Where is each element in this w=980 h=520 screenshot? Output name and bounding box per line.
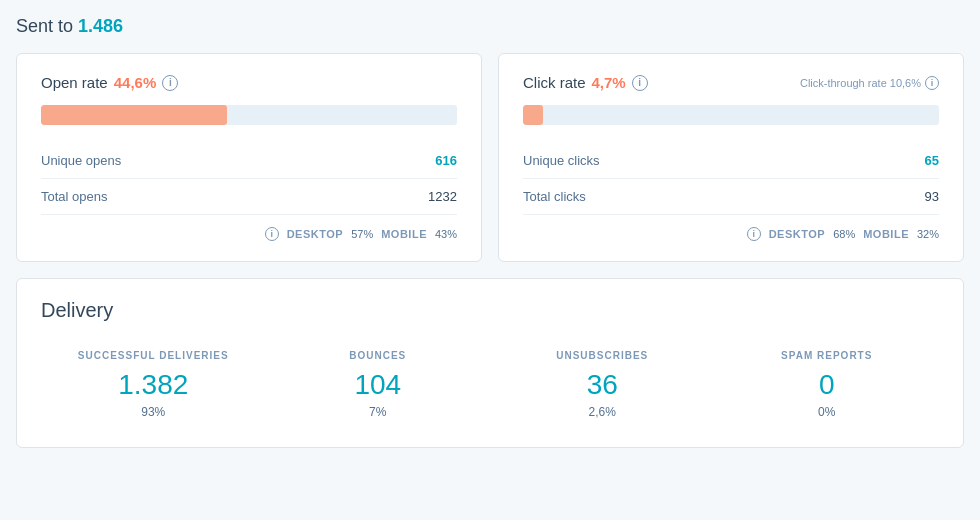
open-rate-progress-bg (41, 105, 457, 125)
delivery-stat-label: SUCCESSFUL DELIVERIES (41, 350, 266, 361)
total-opens-value: 1232 (428, 189, 457, 204)
click-rate-card-header: Click rate 4,7% i Click-through rate 10,… (523, 74, 939, 91)
open-desktop-label: DESKTOP (287, 228, 343, 240)
delivery-stat-label: UNSUBSCRIBES (490, 350, 715, 361)
click-rate-device-row: i DESKTOP 68% MOBILE 32% (523, 227, 939, 241)
total-opens-label: Total opens (41, 189, 108, 204)
open-rate-card: Open rate 44,6% i Unique opens 616 Total… (16, 53, 482, 262)
click-device-info-icon[interactable]: i (747, 227, 761, 241)
click-rate-info-icon[interactable]: i (632, 75, 648, 91)
delivery-stat-value: 36 (490, 369, 715, 401)
open-rate-value: 44,6% (114, 74, 157, 91)
click-rate-progress-fill (523, 105, 543, 125)
unique-opens-row: Unique opens 616 (41, 143, 457, 179)
click-desktop-pct: 68% (833, 228, 855, 240)
total-opens-row: Total opens 1232 (41, 179, 457, 215)
delivery-stat-item: BOUNCES 104 7% (266, 350, 491, 419)
click-mobile-label: MOBILE (863, 228, 909, 240)
delivery-stat-item: SUCCESSFUL DELIVERIES 1.382 93% (41, 350, 266, 419)
total-clicks-value: 93 (925, 189, 939, 204)
delivery-stat-label: BOUNCES (266, 350, 491, 361)
unique-opens-label: Unique opens (41, 153, 121, 168)
click-rate-progress-bg (523, 105, 939, 125)
open-device-info-icon[interactable]: i (265, 227, 279, 241)
open-rate-title: Open rate 44,6% i (41, 74, 178, 91)
click-through-text: Click-through rate 10,6% (800, 77, 921, 89)
delivery-stat-pct: 7% (266, 405, 491, 419)
total-clicks-row: Total clicks 93 (523, 179, 939, 215)
delivery-stat-value: 104 (266, 369, 491, 401)
delivery-stat-item: SPAM REPORTS 0 0% (715, 350, 940, 419)
open-mobile-pct: 43% (435, 228, 457, 240)
open-rate-info-icon[interactable]: i (162, 75, 178, 91)
open-rate-progress-fill (41, 105, 227, 125)
delivery-stat-pct: 93% (41, 405, 266, 419)
delivery-title: Delivery (41, 299, 939, 322)
click-desktop-label: DESKTOP (769, 228, 825, 240)
click-rate-title: Click rate 4,7% i (523, 74, 648, 91)
click-mobile-pct: 32% (917, 228, 939, 240)
unique-clicks-row: Unique clicks 65 (523, 143, 939, 179)
delivery-stat-value: 0 (715, 369, 940, 401)
sent-label: Sent to (16, 16, 73, 36)
delivery-stat-pct: 0% (715, 405, 940, 419)
delivery-stat-label: SPAM REPORTS (715, 350, 940, 361)
total-clicks-label: Total clicks (523, 189, 586, 204)
click-rate-card: Click rate 4,7% i Click-through rate 10,… (498, 53, 964, 262)
delivery-card: Delivery SUCCESSFUL DELIVERIES 1.382 93%… (16, 278, 964, 448)
open-rate-label: Open rate (41, 74, 108, 91)
unique-clicks-label: Unique clicks (523, 153, 600, 168)
open-rate-card-header: Open rate 44,6% i (41, 74, 457, 91)
sent-count: 1.486 (78, 16, 123, 36)
top-cards-row: Open rate 44,6% i Unique opens 616 Total… (16, 53, 964, 262)
click-rate-label: Click rate (523, 74, 586, 91)
delivery-stats: SUCCESSFUL DELIVERIES 1.382 93% BOUNCES … (41, 350, 939, 419)
unique-clicks-value: 65 (925, 153, 939, 168)
click-through-info-icon[interactable]: i (925, 76, 939, 90)
click-rate-value: 4,7% (592, 74, 626, 91)
unique-opens-value: 616 (435, 153, 457, 168)
open-desktop-pct: 57% (351, 228, 373, 240)
delivery-stat-pct: 2,6% (490, 405, 715, 419)
header-sent: Sent to 1.486 (16, 16, 964, 37)
delivery-stat-item: UNSUBSCRIBES 36 2,6% (490, 350, 715, 419)
open-rate-device-row: i DESKTOP 57% MOBILE 43% (41, 227, 457, 241)
delivery-stat-value: 1.382 (41, 369, 266, 401)
click-through-label: Click-through rate 10,6% i (800, 76, 939, 90)
open-mobile-label: MOBILE (381, 228, 427, 240)
